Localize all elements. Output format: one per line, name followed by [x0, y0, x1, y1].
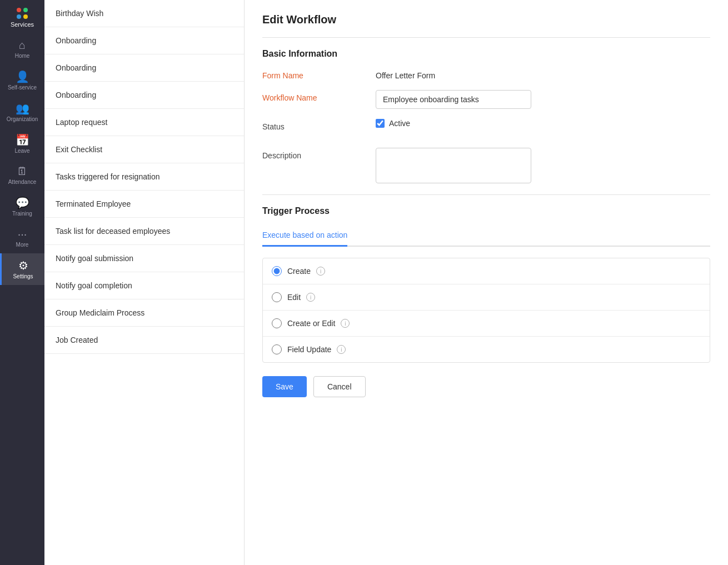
status-row: Status Active [262, 119, 710, 138]
sidebar-logo: Services [0, 0, 44, 33]
radio-option-create[interactable]: Create i [263, 258, 710, 284]
form-name-label: Form Name [262, 68, 362, 80]
home-icon: ⌂ [19, 39, 26, 52]
workflow-list-panel: Birthday Wish Onboarding Onboarding Onbo… [44, 0, 245, 565]
description-input[interactable] [376, 148, 531, 183]
more-icon: ··· [18, 228, 27, 241]
settings-icon: ⚙ [18, 259, 28, 272]
list-item[interactable]: Terminated Employee [44, 191, 244, 218]
workflow-name-label: Workflow Name [262, 90, 362, 102]
dot-green [23, 8, 28, 12]
create-info-icon[interactable]: i [316, 267, 325, 276]
trigger-title: Trigger Process [262, 206, 710, 216]
list-item[interactable]: Notify goal completion [44, 272, 244, 299]
list-item[interactable]: Laptop request [44, 109, 244, 136]
leave-label: Leave [14, 148, 29, 154]
list-item[interactable]: Notify goal submission [44, 245, 244, 272]
services-label: Services [11, 21, 34, 28]
divider-2 [262, 194, 710, 195]
workflow-name-input[interactable] [376, 90, 531, 109]
logo-dots [17, 8, 28, 19]
edit-info-icon[interactable]: i [306, 293, 315, 302]
list-item[interactable]: Group Mediclaim Process [44, 299, 244, 327]
radio-create-or-edit-label: Create or Edit [287, 319, 335, 328]
list-item[interactable]: Exit Checklist [44, 136, 244, 163]
active-label: Active [389, 119, 410, 128]
radio-field-update-label: Field Update [287, 345, 331, 354]
main-content: Edit Workflow Basic Information Form Nam… [245, 0, 728, 565]
list-item[interactable]: Onboarding [44, 82, 244, 109]
status-label: Status [262, 119, 362, 131]
radio-option-field-update[interactable]: Field Update i [263, 337, 710, 362]
radio-create-or-edit[interactable] [272, 318, 282, 328]
list-item[interactable]: Job Created [44, 327, 244, 354]
more-label: More [16, 242, 29, 248]
attendance-icon: 🗓 [17, 165, 28, 178]
radio-group: Create i Edit i Create or Edit i Field U… [262, 258, 710, 363]
basic-info-title: Basic Information [262, 49, 710, 59]
dot-yellow [23, 14, 28, 19]
sidebar-item-training[interactable]: 💬 Training [0, 191, 44, 222]
create-or-edit-info-icon[interactable]: i [341, 319, 350, 328]
training-icon: 💬 [16, 196, 29, 209]
dot-red [17, 8, 21, 12]
list-item[interactable]: Task list for deceased employees [44, 218, 244, 245]
trigger-tab-row: Execute based on action [262, 225, 710, 247]
self-service-icon: 👤 [16, 70, 29, 83]
sidebar-item-leave[interactable]: 📅 Leave [0, 128, 44, 159]
trigger-tab-execute[interactable]: Execute based on action [262, 225, 347, 247]
radio-create-label: Create [287, 267, 311, 276]
radio-option-create-or-edit[interactable]: Create or Edit i [263, 311, 710, 337]
page-title: Edit Workflow [262, 13, 710, 26]
dot-blue [17, 14, 21, 19]
list-item[interactable]: Onboarding [44, 54, 244, 82]
radio-option-edit[interactable]: Edit i [263, 284, 710, 311]
form-name-value: Offer Letter Form [376, 68, 435, 80]
sidebar-item-attendance[interactable]: 🗓 Attendance [0, 159, 44, 191]
divider [262, 37, 710, 38]
sidebar: Services ⌂ Home 👤 Self-service 👥 Organiz… [0, 0, 44, 565]
leave-icon: 📅 [16, 133, 29, 147]
active-checkbox[interactable] [376, 119, 385, 128]
radio-edit[interactable] [272, 292, 282, 302]
attendance-label: Attendance [8, 179, 37, 185]
list-item[interactable]: Onboarding [44, 27, 244, 54]
list-item[interactable]: Tasks triggered for resignation [44, 163, 244, 191]
list-item[interactable]: Birthday Wish [44, 0, 244, 27]
home-label: Home [15, 53, 30, 59]
workflow-name-row: Workflow Name [262, 90, 710, 109]
organization-label: Organization [7, 116, 38, 122]
field-update-info-icon[interactable]: i [337, 345, 346, 354]
radio-create[interactable] [272, 266, 282, 276]
organization-icon: 👥 [16, 102, 29, 115]
form-name-row: Form Name Offer Letter Form [262, 68, 710, 80]
radio-field-update[interactable] [272, 344, 282, 354]
save-button[interactable]: Save [262, 376, 307, 397]
active-row: Active [376, 119, 410, 128]
sidebar-item-home[interactable]: ⌂ Home [0, 33, 44, 64]
cancel-button[interactable]: Cancel [313, 376, 366, 397]
description-row: Description [262, 148, 710, 183]
sidebar-item-settings[interactable]: ⚙ Settings [0, 253, 44, 285]
settings-label: Settings [13, 273, 33, 279]
sidebar-item-self-service[interactable]: 👤 Self-service [0, 64, 44, 96]
button-row: Save Cancel [262, 376, 710, 397]
self-service-label: Self-service [8, 84, 37, 91]
sidebar-item-organization[interactable]: 👥 Organization [0, 96, 44, 128]
training-label: Training [12, 211, 32, 217]
description-label: Description [262, 148, 362, 160]
radio-edit-label: Edit [287, 293, 301, 302]
sidebar-item-more[interactable]: ··· More [0, 222, 44, 253]
sidebar-nav: ⌂ Home 👤 Self-service 👥 Organization 📅 L… [0, 33, 44, 565]
